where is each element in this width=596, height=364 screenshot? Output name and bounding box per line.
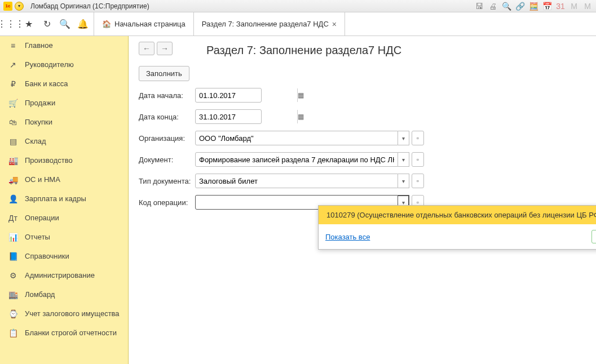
doc-dropdown-icon[interactable]: ▾	[398, 152, 409, 167]
sidebar-item-1[interactable]: ↗Руководителю	[0, 55, 128, 74]
titlebar: 1c ▾ Ломбард Оригинал (1С:Предприятие) 🖫…	[0, 0, 596, 12]
main-content: ← → Раздел 7: Заполнение раздела7 НДС За…	[129, 36, 596, 364]
sidebar-label: ОС и НМА	[25, 175, 60, 184]
date-end-field[interactable]	[196, 113, 297, 121]
sidebar-icon: ₽	[8, 79, 18, 88]
doctype-open-icon[interactable]: ▫	[412, 174, 424, 188]
show-all-link[interactable]: Показать все	[325, 233, 370, 241]
sidebar-icon: 🚚	[8, 175, 18, 184]
date-icon[interactable]: 31	[555, 1, 566, 11]
opcode-dropdown-popup: 1010279 (Осуществление отдельных банковс…	[318, 205, 596, 250]
sidebar-label: Справочники	[25, 252, 69, 261]
m2-icon[interactable]: M	[582, 1, 593, 11]
calendar-picker-icon[interactable]: ▦	[297, 88, 304, 102]
tab-home[interactable]: 🏠 Начальная страница	[94, 12, 194, 35]
tab-current-label: Раздел 7: Заполнение раздела7 НДС	[202, 20, 329, 28]
dropdown-item-selected[interactable]: 1010279 (Осуществление отдельных банковс…	[319, 206, 596, 224]
doc-input[interactable]	[195, 152, 398, 167]
sidebar-label: Администрирование	[25, 271, 95, 280]
tab-current[interactable]: Раздел 7: Заполнение раздела7 НДС ×	[194, 12, 345, 35]
sidebar-icon: 📋	[8, 329, 18, 338]
star-icon[interactable]: ★	[23, 18, 35, 30]
dropdown-circle-icon[interactable]: ▾	[15, 2, 24, 11]
sidebar-label: Отчеты	[25, 233, 50, 242]
sidebar-item-3[interactable]: 🛒Продажи	[0, 94, 128, 113]
calc-icon[interactable]: 🧮	[528, 1, 538, 11]
calendar-picker-icon[interactable]: ▦	[297, 110, 304, 123]
sidebar-icon: ⌚	[8, 309, 18, 318]
sidebar-item-4[interactable]: 🛍Покупки	[0, 113, 128, 132]
sidebar-label: Главное	[25, 41, 53, 50]
sidebar-icon: 📘	[8, 252, 18, 261]
app-logo-icon: 1c	[3, 2, 12, 11]
home-icon: 🏠	[102, 20, 111, 28]
sidebar-icon: ⚙	[8, 271, 18, 280]
add-item-button[interactable]: +	[591, 230, 596, 243]
org-open-icon[interactable]: ▫	[412, 131, 424, 145]
sidebar-item-2[interactable]: ₽Банк и касса	[0, 74, 128, 94]
tab-home-label: Начальная страница	[114, 20, 186, 28]
doctype-input[interactable]	[195, 174, 398, 188]
date-end-label: Дата конца:	[139, 113, 195, 121]
sidebar-item-8[interactable]: 👤Зарплата и кадры	[0, 189, 128, 208]
sidebar-icon: 📊	[8, 233, 18, 242]
doc-label: Документ:	[139, 156, 195, 164]
nav-forward-button[interactable]: →	[157, 42, 173, 55]
sidebar-item-0[interactable]: ≡Главное	[0, 36, 128, 55]
sidebar-icon: 🛒	[8, 99, 18, 108]
search-toolbar-icon[interactable]: 🔍	[59, 18, 71, 30]
history-icon[interactable]: ↻	[41, 18, 53, 30]
sidebar-label: Банк и касса	[25, 79, 68, 88]
sidebar-label: Зарплата и кадры	[25, 194, 86, 203]
sidebar-label: Ломбард	[25, 290, 55, 299]
toolbar: ⋮⋮⋮ ★ ↻ 🔍 🔔 🏠 Начальная страница Раздел …	[0, 12, 596, 36]
window-title: Ломбард Оригинал (1С:Предприятие)	[30, 2, 149, 10]
date-start-field[interactable]	[196, 91, 297, 100]
org-dropdown-icon[interactable]: ▾	[398, 131, 409, 145]
date-end-input[interactable]: ▦	[195, 109, 262, 124]
link-icon[interactable]: 🔗	[515, 1, 525, 11]
sidebar-item-12[interactable]: ⚙Администрирование	[0, 266, 128, 285]
sidebar-icon: ▤	[8, 137, 18, 146]
doc-open-icon[interactable]: ▫	[412, 152, 424, 167]
nav-back-button[interactable]: ←	[139, 42, 154, 55]
sidebar-item-9[interactable]: ДтОперации	[0, 208, 128, 228]
print-icon[interactable]: 🖨	[488, 1, 498, 11]
org-input[interactable]	[195, 131, 398, 145]
doctype-label: Тип документа:	[139, 177, 195, 185]
fill-button[interactable]: Заполнить	[139, 66, 189, 81]
date-start-label: Дата начала:	[139, 91, 195, 100]
sidebar-label: Учет залогового имущества	[25, 309, 120, 318]
calendar-icon[interactable]: 📅	[542, 1, 552, 11]
sidebar-item-14[interactable]: ⌚Учет залогового имущества	[0, 304, 128, 323]
search-icon[interactable]: 🔍	[501, 1, 511, 11]
sidebar-icon: ↗	[8, 60, 18, 69]
sidebar-item-15[interactable]: 📋Бланки строгой отчетности	[0, 323, 128, 343]
page-title: Раздел 7: Заполнение раздела7 НДС	[206, 44, 586, 57]
sidebar-label: Покупки	[25, 118, 52, 127]
save-icon[interactable]: 🖫	[474, 1, 484, 11]
sidebar-label: Бланки строгой отчетности	[25, 329, 117, 338]
sidebar-icon: Дт	[8, 214, 18, 223]
date-start-input[interactable]: ▦	[195, 88, 262, 103]
bell-icon[interactable]: 🔔	[77, 18, 89, 30]
org-label: Организация:	[139, 134, 195, 143]
sidebar-item-7[interactable]: 🚚ОС и НМА	[0, 170, 128, 189]
sidebar-label: Руководителю	[25, 60, 74, 69]
sidebar-item-5[interactable]: ▤Склад	[0, 132, 128, 151]
apps-icon[interactable]: ⋮⋮⋮	[5, 18, 17, 30]
m1-icon[interactable]: M	[569, 1, 579, 11]
sidebar-icon: 🛍	[8, 118, 18, 127]
sidebar: ≡Главное↗Руководителю₽Банк и касса🛒Прода…	[0, 36, 129, 364]
sidebar-icon: 🏭	[8, 156, 18, 165]
sidebar-label: Производство	[25, 156, 73, 165]
sidebar-label: Продажи	[25, 99, 55, 108]
tab-close-icon[interactable]: ×	[332, 20, 337, 29]
sidebar-item-13[interactable]: 🏬Ломбард	[0, 285, 128, 304]
sidebar-item-11[interactable]: 📘Справочники	[0, 247, 128, 266]
doctype-dropdown-icon[interactable]: ▾	[398, 174, 409, 188]
sidebar-item-10[interactable]: 📊Отчеты	[0, 228, 128, 247]
sidebar-item-6[interactable]: 🏭Производство	[0, 151, 128, 170]
sidebar-label: Операции	[25, 214, 59, 223]
sidebar-label: Склад	[25, 137, 46, 146]
